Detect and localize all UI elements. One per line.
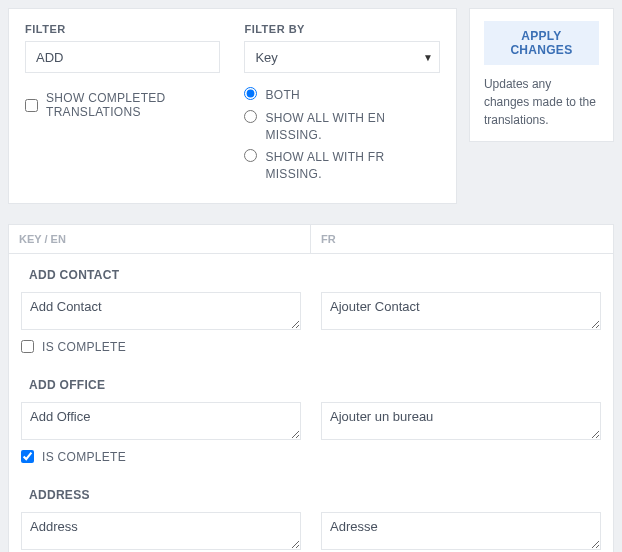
entry-fr-input[interactable] — [321, 402, 601, 440]
entry-en-input[interactable] — [21, 402, 301, 440]
side-panel: APPLY CHANGES Updates any changes made t… — [469, 8, 614, 142]
table-row: ADD CONTACT IS COMPLETE — [9, 254, 613, 364]
entry-fr-input[interactable] — [321, 292, 601, 330]
entry-key: ADD OFFICE — [29, 378, 601, 392]
chevron-down-icon: ▼ — [423, 52, 433, 63]
filter-by-radio-group: BOTH SHOW ALL WITH EN MISSING. SHOW ALL … — [244, 87, 439, 183]
column-header-key: KEY / EN — [9, 225, 311, 253]
is-complete-label: IS COMPLETE — [42, 340, 126, 354]
radio-fr-missing-label: SHOW ALL WITH FR MISSING. — [265, 149, 439, 183]
is-complete-label: IS COMPLETE — [42, 450, 126, 464]
filter-label: FILTER — [25, 23, 220, 35]
table-row: ADDRESS IS COMPLETE — [9, 474, 613, 552]
filter-panel: FILTER SHOW COMPLETED TRANSLATIONS FILTE… — [8, 8, 457, 204]
apply-description: Updates any changes made to the translat… — [484, 75, 599, 129]
entry-key: ADD CONTACT — [29, 268, 601, 282]
apply-changes-button[interactable]: APPLY CHANGES — [484, 21, 599, 65]
filter-input[interactable] — [25, 41, 220, 73]
column-header-fr: FR — [311, 225, 613, 253]
radio-both-label: BOTH — [265, 87, 300, 104]
entry-fr-input[interactable] — [321, 512, 601, 550]
entry-key: ADDRESS — [29, 488, 601, 502]
is-complete-checkbox[interactable] — [21, 450, 34, 463]
radio-fr-missing-input[interactable] — [244, 149, 257, 162]
show-completed-label: SHOW COMPLETED TRANSLATIONS — [46, 91, 220, 119]
filter-by-selected: Key — [255, 50, 277, 65]
radio-en-missing[interactable]: SHOW ALL WITH EN MISSING. — [244, 110, 439, 144]
radio-en-missing-label: SHOW ALL WITH EN MISSING. — [265, 110, 439, 144]
filter-column: FILTER SHOW COMPLETED TRANSLATIONS — [25, 23, 220, 189]
filter-by-label: FILTER BY — [244, 23, 439, 35]
show-completed-checkbox[interactable] — [25, 99, 38, 112]
radio-fr-missing[interactable]: SHOW ALL WITH FR MISSING. — [244, 149, 439, 183]
radio-both-input[interactable] — [244, 87, 257, 100]
is-complete-checkbox[interactable] — [21, 340, 34, 353]
radio-both[interactable]: BOTH — [244, 87, 439, 104]
table-row: ADD OFFICE IS COMPLETE — [9, 364, 613, 474]
filter-by-column: FILTER BY Key ▼ BOTH SHOW ALL WITH EN MI… — [244, 23, 439, 189]
filter-by-select[interactable]: Key ▼ — [244, 41, 439, 73]
entry-en-input[interactable] — [21, 292, 301, 330]
translations-table: KEY / EN FR ADD CONTACT IS COMPLETE ADD … — [8, 224, 614, 552]
radio-en-missing-input[interactable] — [244, 110, 257, 123]
entry-en-input[interactable] — [21, 512, 301, 550]
table-header: KEY / EN FR — [9, 225, 613, 254]
